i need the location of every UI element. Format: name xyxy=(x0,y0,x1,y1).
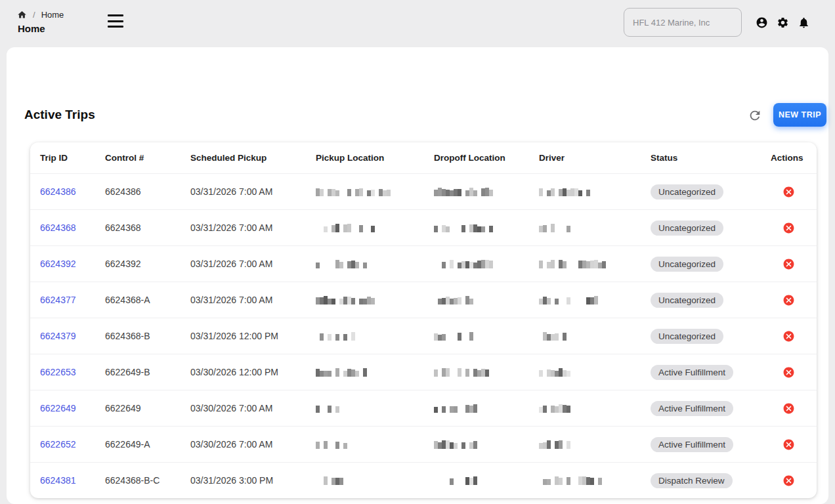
table-row: 66243796624368-B03/31/2026 12:00 PMUncat… xyxy=(30,318,817,354)
cancel-trip-button[interactable] xyxy=(782,402,796,415)
control-number: 6624368-B-C xyxy=(95,475,181,486)
scheduled-pickup: 03/31/2026 7:00 AM xyxy=(181,186,306,197)
control-number: 6624392 xyxy=(95,259,181,269)
trip-id-link[interactable]: 6622653 xyxy=(40,367,76,377)
cancel-trip-button[interactable] xyxy=(782,438,796,451)
column-header-status: Status xyxy=(641,153,761,163)
company-selector[interactable]: HFL 412 Marine, Inc xyxy=(624,8,742,37)
column-header-actions: Actions xyxy=(761,153,817,163)
top-bar: / Home Home HFL 412 Marine, Inc xyxy=(0,0,835,45)
trip-id-link[interactable]: 6624381 xyxy=(40,475,76,486)
control-number: 6624368-B xyxy=(95,331,181,341)
trip-id-link[interactable]: 6624386 xyxy=(40,186,76,197)
breadcrumb-home-link[interactable]: Home xyxy=(41,10,64,20)
column-header-dropoff-location: Dropoff Location xyxy=(424,153,529,163)
status-badge: Uncategorized xyxy=(651,257,723,272)
dropoff-location-redacted xyxy=(434,368,529,377)
pickup-location-redacted xyxy=(316,224,424,232)
dropoff-location-redacted xyxy=(434,260,529,268)
cancel-trip-button[interactable] xyxy=(782,293,796,306)
pickup-location-redacted xyxy=(316,476,424,485)
trip-id-link[interactable]: 6624377 xyxy=(40,295,76,305)
trip-id-link[interactable]: 6624368 xyxy=(40,222,76,233)
control-number: 6624368-A xyxy=(95,295,181,305)
breadcrumb: / Home xyxy=(17,10,64,20)
new-trip-button[interactable]: NEW TRIP xyxy=(773,103,826,127)
driver-redacted xyxy=(539,404,641,413)
status-badge: Uncategorized xyxy=(651,184,723,200)
pickup-location-redacted xyxy=(316,260,424,268)
home-icon[interactable] xyxy=(17,10,27,20)
table-row: 6624386662438603/31/2026 7:00 AMUncatego… xyxy=(30,173,817,209)
scheduled-pickup: 03/31/2026 12:00 PM xyxy=(181,331,306,341)
driver-redacted xyxy=(539,440,641,449)
pickup-location-redacted xyxy=(316,404,424,413)
status-badge: Active Fulfillment xyxy=(651,401,733,416)
scheduled-pickup: 03/31/2026 7:00 AM xyxy=(181,222,306,233)
control-number: 6624386 xyxy=(95,186,181,197)
settings-icon[interactable] xyxy=(776,16,789,29)
cancel-trip-button[interactable] xyxy=(782,185,796,198)
cancel-trip-button[interactable] xyxy=(782,474,796,487)
scheduled-pickup: 03/31/2026 7:00 AM xyxy=(181,295,306,305)
scheduled-pickup: 03/30/2026 7:00 AM xyxy=(181,403,306,413)
column-header-pickup-location: Pickup Location xyxy=(306,153,424,163)
control-number: 6622649 xyxy=(95,403,181,413)
active-trips-card: Active Trips NEW TRIP Trip IDControl #Sc… xyxy=(7,47,828,504)
driver-redacted xyxy=(539,476,641,485)
driver-redacted xyxy=(539,296,641,304)
dropoff-location-redacted xyxy=(434,296,529,304)
dropoff-location-redacted xyxy=(434,440,529,449)
status-badge: Uncategorized xyxy=(651,329,723,344)
trips-table: Trip IDControl #Scheduled PickupPickup L… xyxy=(30,142,817,498)
page-title: Home xyxy=(18,23,45,34)
table-row: 66226536622649-B03/30/2026 12:00 PMActiv… xyxy=(30,354,817,390)
trip-id-link[interactable]: 6624392 xyxy=(40,259,76,269)
scheduled-pickup: 03/31/2026 7:00 AM xyxy=(181,259,306,269)
control-number: 6622649-A xyxy=(95,439,181,450)
pickup-location-redacted xyxy=(316,296,424,304)
column-header-driver: Driver xyxy=(529,153,641,163)
status-badge: Uncategorized xyxy=(651,220,723,236)
control-number: 6622649-B xyxy=(95,367,181,377)
section-title: Active Trips xyxy=(24,108,95,122)
trip-id-link[interactable]: 6622649 xyxy=(40,403,76,413)
scheduled-pickup: 03/30/2026 12:00 PM xyxy=(181,367,306,377)
pickup-location-redacted xyxy=(316,440,424,449)
dropoff-location-redacted xyxy=(434,332,529,341)
account-icon[interactable] xyxy=(755,16,768,29)
trip-id-link[interactable]: 6622652 xyxy=(40,439,76,450)
pickup-location-redacted xyxy=(316,368,424,377)
cancel-trip-button[interactable] xyxy=(782,221,796,234)
cancel-trip-button[interactable] xyxy=(782,366,796,379)
cancel-trip-button[interactable] xyxy=(782,329,796,343)
driver-redacted xyxy=(539,224,641,232)
refresh-icon[interactable] xyxy=(748,108,762,123)
pickup-location-redacted xyxy=(316,188,424,196)
trip-id-link[interactable]: 6624379 xyxy=(40,331,76,341)
status-badge: Active Fulfillment xyxy=(651,365,733,380)
notifications-icon[interactable] xyxy=(797,16,810,29)
topbar-icon-group xyxy=(755,16,810,29)
scheduled-pickup: 03/31/2026 3:00 PM xyxy=(181,475,306,486)
dropoff-location-redacted xyxy=(434,404,529,413)
driver-redacted xyxy=(539,188,641,196)
table-row: 66226526622649-A03/30/2026 7:00 AMActive… xyxy=(30,426,817,462)
driver-redacted xyxy=(539,332,641,341)
dropoff-location-redacted xyxy=(434,224,529,232)
menu-icon[interactable] xyxy=(108,14,123,28)
breadcrumb-separator: / xyxy=(33,10,35,20)
driver-redacted xyxy=(539,260,641,268)
table-header-row: Trip IDControl #Scheduled PickupPickup L… xyxy=(30,142,817,173)
dropoff-location-redacted xyxy=(434,476,529,485)
cancel-trip-button[interactable] xyxy=(782,257,796,270)
table-row: 66243816624368-B-C03/31/2026 3:00 PMDisp… xyxy=(30,462,817,498)
column-header-control-: Control # xyxy=(95,153,181,163)
table-row: 6624392662439203/31/2026 7:00 AMUncatego… xyxy=(30,245,817,282)
table-row: 6624368662436803/31/2026 7:00 AMUncatego… xyxy=(30,209,817,245)
column-header-trip-id: Trip ID xyxy=(30,153,95,163)
dropoff-location-redacted xyxy=(434,188,529,196)
control-number: 6624368 xyxy=(95,222,181,233)
status-badge: Dispatch Review xyxy=(651,473,733,488)
table-row: 6622649662264903/30/2026 7:00 AMActive F… xyxy=(30,390,817,426)
